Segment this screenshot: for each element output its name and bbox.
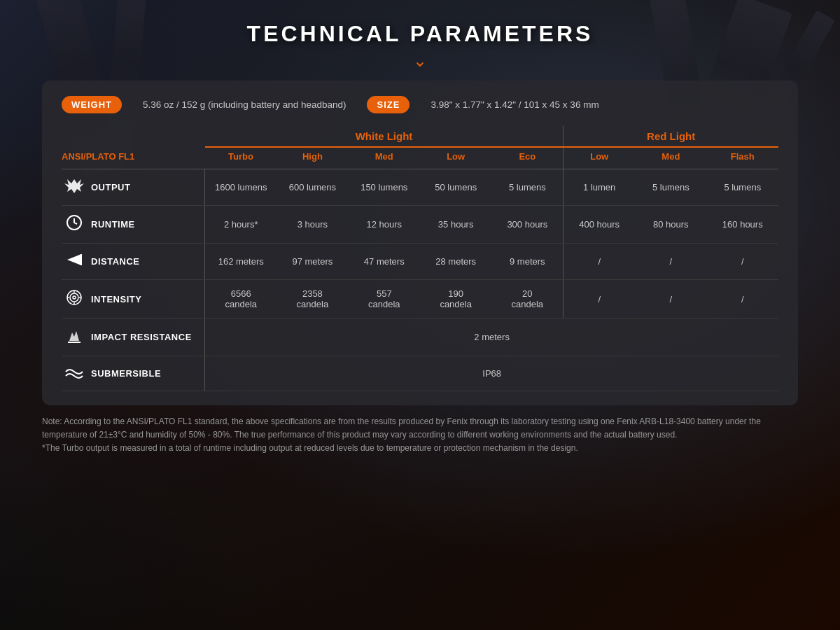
mode-med-white: Med — [349, 147, 420, 169]
cell-distance-white-3: 28 meters — [420, 244, 491, 280]
cell-intensity-white-0: 6566 candela — [205, 280, 276, 318]
row-icon-impact — [64, 327, 84, 347]
cell-impact-value: 2 meters — [205, 318, 778, 356]
row-icon-output — [64, 178, 84, 197]
size-value: 3.98" x 1.77" x 1.42" / 101 x 45 x 36 mm — [430, 99, 598, 110]
specs-card: WEIGHT 5.36 oz / 152 g (including batter… — [42, 80, 798, 405]
svg-point-4 — [70, 293, 78, 302]
row-icon-runtime — [64, 214, 84, 234]
cell-distance-red-2: / — [707, 244, 778, 280]
row-label-submersible: SUBMERSIBLE — [62, 356, 205, 391]
cell-distance-white-1: 97 meters — [276, 244, 348, 280]
table-row: INTENSITY6566 candela2358 candela557 can… — [62, 280, 778, 318]
cell-runtime-white-0: 2 hours* — [205, 206, 276, 244]
table-row-impact: IMPACT RESISTANCE2 meters — [62, 318, 778, 356]
specs-table: White Light Red Light ANSI/PLATO FL1 Tur… — [62, 126, 778, 391]
row-icon-distance — [64, 252, 84, 271]
row-label-output: OUTPUT — [62, 169, 205, 206]
svg-marker-1 — [67, 254, 81, 265]
cell-distance-white-2: 47 meters — [349, 244, 420, 280]
cell-output-white-2: 150 lumens — [349, 169, 420, 206]
page-title: TECHNICAL PARAMETERS — [247, 21, 594, 47]
mode-flash: Flash — [707, 147, 778, 169]
chevron-icon: ⌄ — [413, 52, 427, 69]
svg-point-5 — [73, 296, 76, 299]
table-row-submersible: SUBMERSIBLEIP68 — [62, 356, 778, 391]
cell-output-white-3: 50 lumens — [420, 169, 491, 206]
mode-med-red: Med — [635, 147, 706, 169]
cell-runtime-red-1: 80 hours — [635, 206, 706, 244]
mode-turbo: Turbo — [205, 147, 276, 169]
note-section: Note: According to the ANSI/PLATO FL1 st… — [42, 415, 798, 456]
cell-output-white-0: 1600 lumens — [205, 169, 276, 206]
row-label-runtime: RUNTIME — [62, 206, 205, 244]
ansi-label: ANSI/PLATO FL1 — [62, 147, 205, 169]
specs-header: WEIGHT 5.36 oz / 152 g (including batter… — [62, 96, 778, 113]
mode-eco: Eco — [491, 147, 563, 169]
row-label-intensity: INTENSITY — [62, 280, 205, 318]
cell-output-white-1: 600 lumens — [276, 169, 348, 206]
cell-distance-white-0: 162 meters — [205, 244, 276, 280]
note-2: *The Turbo output is measured in a total… — [42, 442, 798, 455]
specs-table-wrapper: White Light Red Light ANSI/PLATO FL1 Tur… — [62, 126, 778, 391]
cell-distance-white-4: 9 meters — [491, 244, 563, 280]
red-light-header: Red Light — [564, 126, 778, 147]
weight-value: 5.36 oz / 152 g (including battery and h… — [143, 99, 346, 110]
cell-runtime-red-2: 160 hours — [707, 206, 778, 244]
cell-distance-red-1: / — [635, 244, 706, 280]
note-1: Note: According to the ANSI/PLATO FL1 st… — [42, 415, 798, 442]
cell-output-red-1: 5 lumens — [635, 169, 706, 206]
cell-runtime-red-0: 400 hours — [564, 206, 635, 244]
table-row: RUNTIME2 hours*3 hours12 hours35 hours30… — [62, 206, 778, 244]
white-light-header: White Light — [205, 126, 564, 147]
cell-intensity-red-2: / — [707, 280, 778, 318]
cell-output-white-4: 5 lumens — [491, 169, 563, 206]
cell-distance-red-0: / — [564, 244, 635, 280]
cell-intensity-red-1: / — [635, 280, 706, 318]
mode-high: High — [276, 147, 348, 169]
table-row: DISTANCE162 meters97 meters47 meters28 m… — [62, 244, 778, 280]
cell-intensity-white-4: 20 candela — [491, 280, 563, 318]
weight-badge: WEIGHT — [62, 96, 122, 113]
cell-submersible-value: IP68 — [205, 356, 778, 391]
modes-header-row: ANSI/PLATO FL1 Turbo High Med Low Eco Lo… — [62, 147, 778, 169]
cell-intensity-white-2: 557 candela — [349, 280, 420, 318]
row-icon-submersible — [64, 365, 84, 382]
cell-runtime-white-3: 35 hours — [420, 206, 491, 244]
cell-intensity-white-1: 2358 candela — [276, 280, 348, 318]
cell-output-red-2: 5 lumens — [707, 169, 778, 206]
mode-low-white: Low — [420, 147, 491, 169]
light-type-header-row: White Light Red Light — [62, 126, 778, 147]
cell-runtime-white-1: 3 hours — [276, 206, 348, 244]
cell-runtime-white-2: 12 hours — [349, 206, 420, 244]
size-badge: SIZE — [367, 96, 410, 113]
cell-runtime-white-4: 300 hours — [491, 206, 563, 244]
row-label-distance: DISTANCE — [62, 244, 205, 280]
table-row: OUTPUT1600 lumens600 lumens150 lumens50 … — [62, 169, 778, 206]
row-icon-intensity — [64, 289, 84, 309]
cell-output-red-0: 1 lumen — [564, 169, 635, 206]
cell-intensity-red-0: / — [564, 280, 635, 318]
cell-intensity-white-3: 190 candela — [420, 280, 491, 318]
mode-low-red: Low — [564, 147, 635, 169]
row-label-impact: IMPACT RESISTANCE — [62, 318, 205, 356]
